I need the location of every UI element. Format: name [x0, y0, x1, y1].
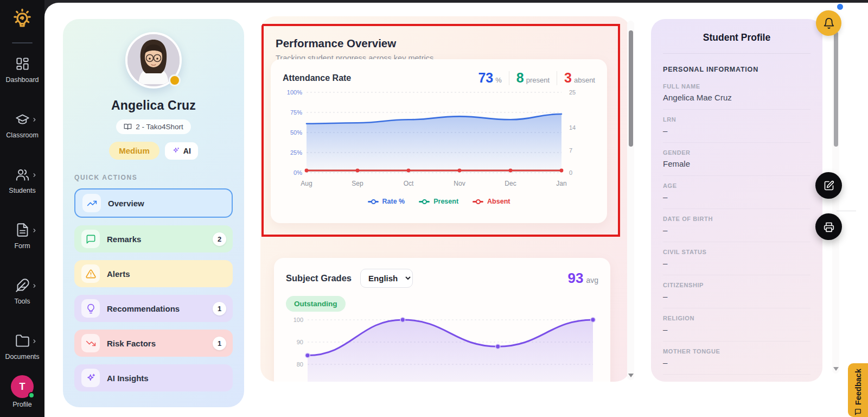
profile-fields-list: FULL NAMEAngelica Mae CruzLRN–GENDERFema…	[663, 77, 810, 375]
field-value: –	[663, 258, 810, 268]
count-badge: 1	[213, 337, 226, 350]
ai-badge[interactable]: AI	[165, 142, 198, 160]
notifications-button[interactable]	[816, 10, 841, 36]
sidebar-item-label: Classroom	[6, 131, 39, 139]
profile-field-civil-status: CIVIL STATUS–	[663, 242, 810, 275]
student-name: Angelica Cruz	[111, 98, 196, 113]
sidebar-item-form[interactable]: Form	[0, 223, 44, 250]
quick-action-risk-factors[interactable]: Risk Factors1	[74, 330, 233, 357]
sidebar-item-documents[interactable]: Documents	[0, 333, 44, 361]
feedback-tab[interactable]: Feedback	[848, 363, 868, 417]
sidebar-item-tools[interactable]: Tools	[0, 278, 44, 305]
print-button[interactable]	[815, 213, 842, 240]
field-label: DATE OF BIRTH	[663, 216, 810, 222]
ai-badge-label: AI	[183, 147, 191, 155]
svg-text:100%: 100%	[287, 89, 302, 96]
quick-action-label: Alerts	[107, 269, 130, 279]
field-value: –	[663, 358, 810, 367]
class-tag-pill[interactable]: 2 - Tako4Short	[116, 119, 191, 134]
students-icon	[15, 167, 30, 184]
subject-grades-title: Subject Grades	[286, 273, 352, 283]
main-scroll-down-arrow[interactable]	[628, 374, 634, 377]
field-label: AGE	[663, 182, 810, 189]
field-label: CITIZENSHIP	[663, 282, 810, 288]
profile-scrollbar-thumb[interactable]	[834, 31, 838, 147]
sidebar-item-dashboard[interactable]: Dashboard	[0, 56, 44, 84]
svg-text:7: 7	[569, 147, 572, 154]
present-count: 8	[516, 70, 524, 86]
legend-item-rate-[interactable]: Rate %	[368, 198, 405, 205]
chevron-right-icon	[31, 338, 37, 346]
svg-text:Dec: Dec	[505, 180, 516, 187]
svg-text:Sep: Sep	[352, 180, 363, 187]
sidebar-item-classroom[interactable]: Classroom	[0, 112, 44, 139]
profile-scroll-down-arrow[interactable]	[833, 367, 839, 371]
attendance-line-chart[interactable]: 0%25%50%75%100%071425AugSepOctNovDecJan	[283, 86, 595, 194]
dashboard-icon	[15, 56, 30, 73]
book-open-icon	[124, 123, 132, 131]
edit-button[interactable]	[815, 172, 842, 199]
grades-line-chart[interactable]: 1009080	[286, 315, 598, 382]
classroom-icon	[15, 112, 30, 128]
field-label: CIVIL STATUS	[663, 249, 810, 255]
performance-panel: Performance Overview Tracking student pr…	[260, 16, 630, 382]
divider	[663, 53, 810, 54]
quick-action-recommendations[interactable]: Recommendations1	[74, 295, 233, 322]
sidebar-item-students[interactable]: Students	[0, 167, 44, 194]
sparkles-icon	[172, 147, 180, 155]
grade-average-label: avg	[586, 276, 598, 285]
field-label: MOTHER TONGUE	[663, 348, 810, 355]
legend-item-absent[interactable]: Absent	[473, 198, 510, 205]
svg-text:100: 100	[293, 317, 303, 323]
quick-action-ai-insights[interactable]: AI Insights	[74, 364, 233, 391]
profile-avatar: T	[11, 375, 34, 398]
main-scrollbar-thumb[interactable]	[629, 30, 633, 147]
quick-action-alerts[interactable]: Alerts	[74, 260, 233, 287]
field-label: LRN	[663, 116, 810, 123]
grade-average-value: 93	[568, 270, 584, 287]
sidebar-item-label: Documents	[5, 353, 39, 361]
attendance-rate-unit: %	[495, 76, 502, 84]
quick-actions-list: OverviewRemarks2AlertsRecommendations1Ri…	[74, 188, 233, 391]
profile-field-mother-tongue: MOTHER TONGUE–	[663, 342, 810, 375]
field-label: RELIGION	[663, 315, 810, 321]
absent-label: absent	[574, 76, 595, 84]
edit-pencil-icon	[824, 180, 834, 191]
profile-panel-title: Student Profile	[663, 32, 810, 43]
svg-text:14: 14	[569, 124, 576, 131]
attendance-title: Attendance Rate	[283, 73, 351, 83]
quick-action-label: Overview	[108, 199, 144, 208]
lightbulb-icon	[81, 299, 100, 318]
profile-field-age: AGE–	[663, 176, 810, 209]
profile-field-lrn: LRN–	[663, 110, 810, 143]
legend-marker-icon	[419, 199, 430, 204]
sidebar-item-label: Dashboard	[5, 76, 39, 84]
risk-level-badge[interactable]: Medium	[109, 142, 159, 160]
sidebar-item-profile[interactable]: T Profile	[0, 375, 44, 408]
present-label: present	[526, 76, 550, 84]
trend-up-icon	[82, 194, 101, 212]
feedback-label: Feedback	[854, 369, 863, 405]
quick-action-overview[interactable]: Overview	[74, 188, 233, 218]
legend-item-present[interactable]: Present	[419, 198, 458, 205]
attendance-legend: Rate %PresentAbsent	[283, 198, 595, 205]
alert-triangle-icon	[81, 264, 100, 283]
svg-text:25: 25	[569, 89, 576, 96]
subject-select[interactable]: English	[360, 269, 413, 288]
form-icon	[15, 223, 30, 239]
quick-action-remarks[interactable]: Remarks2	[74, 225, 233, 252]
grade-status-badge: Outstanding	[286, 296, 346, 312]
quick-action-label: AI Insights	[107, 374, 149, 383]
profile-field-full-name: FULL NAMEAngelica Mae Cruz	[663, 77, 810, 110]
app-logo-lightbulb-icon[interactable]	[10, 7, 35, 35]
legend-marker-icon	[473, 199, 483, 204]
divider	[557, 71, 557, 85]
chevron-right-icon	[31, 283, 37, 290]
svg-text:25%: 25%	[290, 149, 302, 156]
svg-text:90: 90	[297, 339, 303, 345]
legend-label: Present	[433, 198, 458, 205]
field-value: –	[663, 192, 810, 201]
svg-text:Nov: Nov	[454, 180, 465, 187]
student-profile-panel: Student Profile PERSONAL INFORMATION FUL…	[651, 19, 822, 382]
divider	[837, 211, 856, 211]
